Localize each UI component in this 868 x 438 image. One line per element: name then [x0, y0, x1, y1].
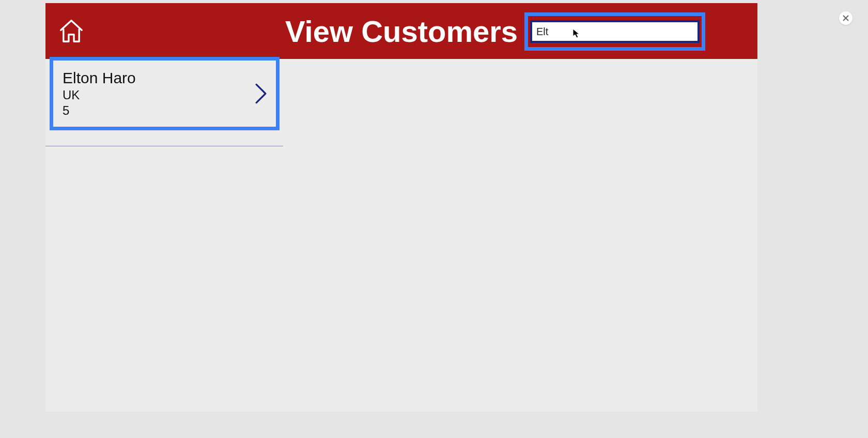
- home-icon: [57, 17, 85, 45]
- search-highlight: [524, 12, 705, 51]
- customer-country: UK: [63, 88, 136, 102]
- app-header: View Customers: [45, 3, 757, 59]
- app-frame: View Customers Elton Haro UK 5: [45, 3, 757, 412]
- close-icon: [842, 14, 849, 22]
- page-title: View Customers: [285, 14, 518, 49]
- chevron-right-icon: [253, 82, 269, 105]
- home-button[interactable]: [57, 17, 86, 46]
- customer-name: Elton Haro: [63, 69, 136, 87]
- search-input[interactable]: [530, 20, 700, 43]
- customer-info: Elton Haro UK 5: [63, 69, 136, 118]
- list-divider: [45, 146, 283, 146]
- close-button[interactable]: [839, 11, 853, 25]
- customer-order: 5: [63, 103, 136, 118]
- customer-list-item[interactable]: Elton Haro UK 5: [50, 57, 280, 130]
